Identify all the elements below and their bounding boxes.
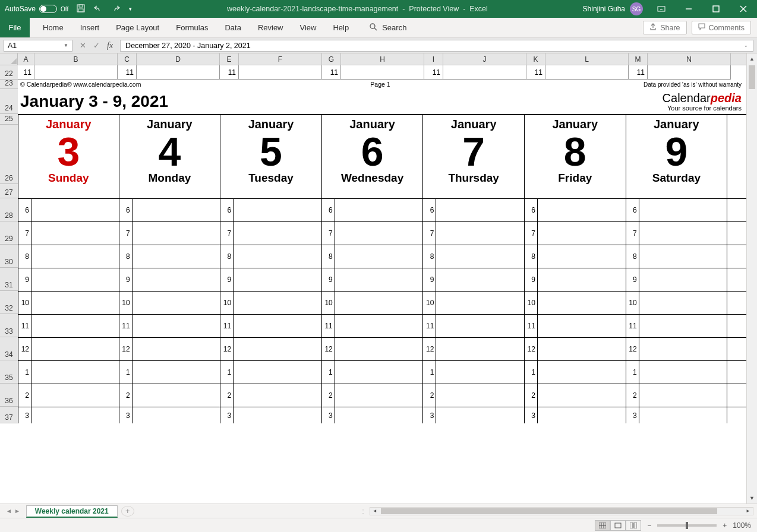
- sheet-nav[interactable]: ◄►: [0, 508, 26, 514]
- autosave-toggle[interactable]: AutoSave Off: [5, 5, 68, 13]
- zoom-in-button[interactable]: +: [723, 521, 727, 530]
- hour-cell[interactable]: 3: [18, 407, 119, 423]
- hour-cell[interactable]: 11: [18, 315, 119, 337]
- hour-cell[interactable]: 10: [18, 292, 119, 314]
- cancel-formula-icon[interactable]: ✕: [80, 41, 86, 50]
- cell[interactable]: [648, 65, 731, 80]
- save-icon[interactable]: [77, 4, 85, 14]
- hour-cell[interactable]: 2: [18, 384, 119, 407]
- hour-cell[interactable]: 6: [220, 199, 322, 221]
- row-header[interactable]: 24: [0, 89, 18, 114]
- scroll-up-icon[interactable]: ▲: [747, 53, 757, 64]
- cell[interactable]: [34, 65, 118, 80]
- hour-cell[interactable]: 1: [119, 361, 221, 384]
- column-header[interactable]: I: [424, 53, 443, 65]
- cell[interactable]: [545, 65, 629, 80]
- hour-cell[interactable]: 7: [18, 222, 119, 245]
- row-header[interactable]: 23: [0, 80, 18, 89]
- column-header[interactable]: F: [239, 53, 322, 65]
- hour-cell[interactable]: 2: [119, 384, 221, 407]
- hour-cell[interactable]: 6: [322, 199, 424, 221]
- hour-cell[interactable]: 7: [220, 222, 322, 245]
- hour-cell[interactable]: 2: [220, 384, 322, 407]
- hour-cell[interactable]: 11: [525, 315, 626, 337]
- zoom-level[interactable]: 100%: [733, 521, 751, 530]
- tab-view[interactable]: View: [292, 18, 325, 37]
- hour-cell[interactable]: 6: [423, 199, 525, 221]
- row-header[interactable]: 32: [0, 291, 18, 314]
- user-account[interactable]: Shinjini Guha SG: [583, 2, 643, 15]
- hour-cell[interactable]: 3: [220, 407, 322, 423]
- scroll-right-icon[interactable]: ►: [743, 508, 753, 515]
- column-header[interactable]: B: [34, 53, 118, 65]
- ribbon-options-icon[interactable]: [648, 0, 675, 18]
- scroll-left-icon[interactable]: ◄: [370, 508, 380, 515]
- hour-cell[interactable]: 7: [525, 222, 626, 245]
- hour-cell[interactable]: 7: [423, 222, 525, 245]
- tab-data[interactable]: Data: [216, 18, 249, 37]
- hour-cell[interactable]: 9: [423, 268, 525, 291]
- row-header[interactable]: 28: [0, 198, 18, 221]
- row-header[interactable]: 26: [0, 125, 18, 184]
- hscroll-thumb[interactable]: [381, 508, 717, 514]
- hour-cell[interactable]: 2: [626, 384, 728, 407]
- column-header[interactable]: H: [341, 53, 424, 65]
- page-break-view-icon[interactable]: [626, 520, 641, 531]
- maximize-icon[interactable]: [702, 0, 730, 18]
- scroll-thumb[interactable]: [749, 65, 755, 89]
- hour-cell[interactable]: 8: [322, 245, 424, 268]
- cell[interactable]: [341, 65, 424, 80]
- cell[interactable]: 11: [526, 65, 545, 80]
- cell[interactable]: 11: [629, 65, 648, 80]
- column-header[interactable]: D: [137, 53, 220, 65]
- column-header[interactable]: K: [526, 53, 545, 65]
- hour-cell[interactable]: 10: [525, 292, 626, 314]
- hour-cell[interactable]: 3: [626, 407, 728, 423]
- hour-cell[interactable]: 6: [525, 199, 626, 221]
- hour-cell[interactable]: 2: [525, 384, 626, 407]
- hour-cell[interactable]: 9: [626, 268, 728, 291]
- hour-cell[interactable]: 12: [626, 338, 728, 360]
- scroll-down-icon[interactable]: ▼: [747, 493, 757, 504]
- cell[interactable]: 11: [322, 65, 341, 80]
- hour-cell[interactable]: 3: [525, 407, 626, 423]
- search-box[interactable]: Search: [369, 23, 406, 33]
- hour-cell[interactable]: 3: [119, 407, 221, 423]
- hour-cell[interactable]: 2: [322, 384, 424, 407]
- column-header[interactable]: M: [629, 53, 648, 65]
- column-header[interactable]: A: [18, 53, 34, 65]
- cell-area[interactable]: 11111111111111© Calendarpedia® www.calen…: [18, 65, 746, 423]
- hour-cell[interactable]: 1: [423, 361, 525, 384]
- row-header[interactable]: 22: [0, 65, 18, 80]
- hour-cell[interactable]: 10: [119, 292, 221, 314]
- page-layout-view-icon[interactable]: [610, 520, 626, 531]
- hour-cell[interactable]: 8: [423, 245, 525, 268]
- tab-split-handle[interactable]: ⋮: [360, 508, 366, 514]
- hour-cell[interactable]: 1: [525, 361, 626, 384]
- hour-cell[interactable]: 12: [322, 338, 424, 360]
- fx-icon[interactable]: fx: [107, 41, 113, 50]
- row-header[interactable]: 36: [0, 384, 18, 407]
- minimize-icon[interactable]: [675, 0, 702, 18]
- hour-cell[interactable]: 10: [626, 292, 728, 314]
- row-header[interactable]: 35: [0, 360, 18, 384]
- comments-button[interactable]: Comments: [692, 21, 751, 34]
- cell[interactable]: 11: [118, 65, 137, 80]
- hour-cell[interactable]: 6: [119, 199, 221, 221]
- hour-cell[interactable]: 12: [525, 338, 626, 360]
- hour-cell[interactable]: 12: [18, 338, 119, 360]
- hour-cell[interactable]: 1: [18, 361, 119, 384]
- column-header[interactable]: G: [322, 53, 341, 65]
- hour-cell[interactable]: 12: [119, 338, 221, 360]
- hour-cell[interactable]: 6: [18, 199, 119, 221]
- vertical-scrollbar[interactable]: ▲ ▼: [746, 53, 757, 504]
- hour-cell[interactable]: 11: [220, 315, 322, 337]
- tab-insert[interactable]: Insert: [72, 18, 108, 37]
- hour-cell[interactable]: 8: [626, 245, 728, 268]
- hour-cell[interactable]: 12: [423, 338, 525, 360]
- hour-cell[interactable]: 7: [119, 222, 221, 245]
- column-header[interactable]: C: [118, 53, 137, 65]
- row-header[interactable]: 31: [0, 268, 18, 291]
- cell[interactable]: [443, 65, 526, 80]
- tab-file[interactable]: File: [0, 18, 30, 37]
